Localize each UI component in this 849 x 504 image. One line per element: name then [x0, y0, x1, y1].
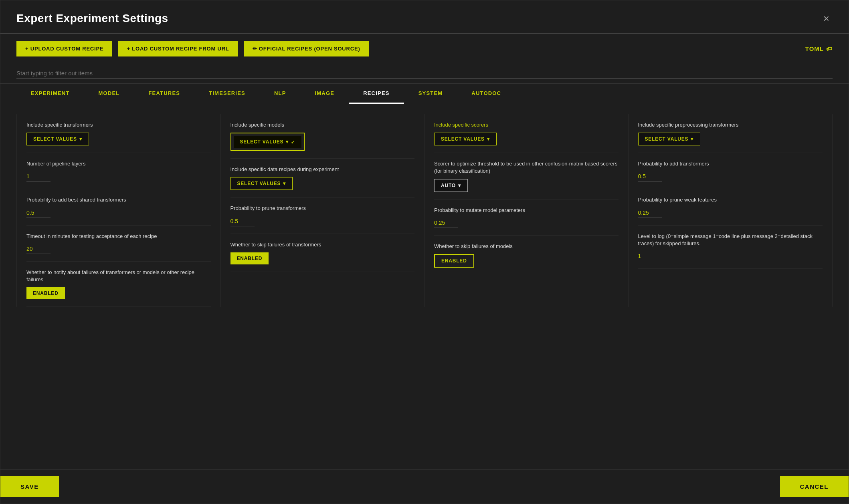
field-log-level: Level to log (0=simple message 1=code li…: [638, 226, 823, 269]
field-value-mutate-params[interactable]: 0.25: [434, 218, 458, 228]
tab-experiment[interactable]: EXPERIMENT: [16, 84, 84, 104]
field-preprocessing-transformers: Include specific preprocessing transform…: [638, 114, 823, 153]
field-label-include-transformers: Include specific transformers: [26, 121, 211, 129]
field-value-timeout[interactable]: 20: [26, 244, 51, 254]
tabs-bar: EXPERIMENT MODEL FEATURES TIMESERIES NLP…: [0, 84, 849, 104]
field-pipeline-layers: Number of pipeline layers 1: [26, 153, 211, 189]
field-value-log-level[interactable]: 1: [638, 251, 662, 261]
select-values-transformers[interactable]: SELECT VALUES ▾: [26, 133, 89, 145]
field-timeout: Timeout in minutes for testing acceptanc…: [26, 226, 211, 262]
tab-timeseries[interactable]: TIMESERIES: [194, 84, 260, 104]
field-include-models: Include specific models SELECT VALUES ▾ …: [230, 114, 415, 159]
field-label-pipeline-layers: Number of pipeline layers: [26, 160, 211, 167]
col4: Include specific preprocessing transform…: [629, 114, 833, 307]
field-label-shared-transformers: Probability to add best shared transform…: [26, 196, 211, 204]
tab-nlp[interactable]: NLP: [260, 84, 301, 104]
field-label-mutate-params: Probability to mutate model parameters: [434, 207, 619, 214]
field-skip-model-failures: Whether to skip failures of models ENABL…: [434, 236, 619, 275]
tab-system[interactable]: SYSTEM: [404, 84, 457, 104]
dropdown-arrow-preprocessing: ▾: [691, 136, 693, 142]
modal-header: Expert Experiment Settings ×: [0, 0, 849, 34]
field-prune-weak-features: Probability to prune weak features 0.25: [638, 189, 823, 225]
enabled-skip-model-failures[interactable]: ENABLED: [434, 254, 474, 268]
toml-link[interactable]: TOML 🏷: [805, 45, 833, 52]
select-models-wrapper: SELECT VALUES ▾ ↙: [230, 133, 305, 151]
tab-recipes[interactable]: RECIPES: [349, 84, 404, 104]
field-label-prune-weak-features: Probability to prune weak features: [638, 196, 823, 204]
cursor-icon: ↙: [291, 139, 295, 145]
field-label-data-recipes: Include specific data recipes during exp…: [230, 166, 415, 173]
modal-title: Expert Experiment Settings: [16, 12, 168, 25]
close-button[interactable]: ×: [820, 12, 833, 25]
enabled-skip-transformer-failures[interactable]: ENABLED: [230, 252, 269, 264]
field-include-scorers: Include specific scorers SELECT VALUES ▾: [434, 114, 619, 153]
auto-scorer-threshold[interactable]: AUTO ▾: [434, 179, 468, 192]
select-values-data-recipes[interactable]: SELECT VALUES ▾: [230, 177, 293, 190]
field-mutate-params: Probability to mutate model parameters 0…: [434, 200, 619, 236]
field-shared-transformers: Probability to add best shared transform…: [26, 189, 211, 225]
field-include-transformers: Include specific transformers SELECT VAL…: [26, 114, 211, 153]
toolbar: + UPLOAD CUSTOM RECIPE + LOAD CUSTOM REC…: [0, 34, 849, 64]
enabled-notify-failures[interactable]: ENABLED: [26, 287, 65, 299]
field-label-include-scorers: Include specific scorers: [434, 121, 619, 129]
select-values-scorers[interactable]: SELECT VALUES ▾: [434, 133, 497, 145]
official-recipes-button[interactable]: ✏ OFFICIAL RECIPES (OPEN SOURCE): [244, 41, 369, 56]
col2: Include specific models SELECT VALUES ▾ …: [221, 114, 425, 307]
field-scorer-threshold: Scorer to optimize threshold to be used …: [434, 153, 619, 199]
field-label-add-transformers-prob: Probability to add transformers: [638, 160, 823, 167]
dropdown-arrow-auto: ▾: [458, 183, 461, 188]
select-values-preprocessing[interactable]: SELECT VALUES ▾: [638, 133, 701, 145]
dropdown-arrow-models: ▾: [286, 139, 289, 145]
tab-autodoc[interactable]: AUTODOC: [457, 84, 515, 104]
field-prune-transformers: Probability to prune transformers 0.5: [230, 198, 415, 234]
field-label-skip-transformer-failures: Whether to skip failures of transformers: [230, 241, 415, 248]
field-add-transformers-prob: Probability to add transformers 0.5: [638, 153, 823, 189]
tab-features[interactable]: FEATURES: [134, 84, 194, 104]
content-area: Include specific transformers SELECT VAL…: [0, 104, 849, 469]
field-value-add-transformers-prob[interactable]: 0.5: [638, 171, 662, 181]
field-label-log-level: Level to log (0=simple message 1=code li…: [638, 233, 823, 247]
field-data-recipes: Include specific data recipes during exp…: [230, 159, 415, 198]
tab-model[interactable]: MODEL: [84, 84, 134, 104]
upload-recipe-button[interactable]: + UPLOAD CUSTOM RECIPE: [16, 41, 112, 56]
tag-icon: 🏷: [826, 45, 833, 52]
col3: Include specific scorers SELECT VALUES ▾…: [424, 114, 629, 307]
toml-label: TOML: [805, 45, 824, 52]
field-label-scorer-threshold: Scorer to optimize threshold to be used …: [434, 160, 619, 175]
modal: Expert Experiment Settings × + UPLOAD CU…: [0, 0, 849, 504]
field-label-timeout: Timeout in minutes for testing acceptanc…: [26, 233, 211, 240]
tab-image[interactable]: IMAGE: [301, 84, 349, 104]
dropdown-arrow-transformers: ▾: [79, 136, 82, 142]
load-url-button[interactable]: + LOAD CUSTOM RECIPE FROM URL: [118, 41, 238, 56]
save-button[interactable]: SAVE: [0, 476, 59, 497]
field-label-prune-transformers: Probability to prune transformers: [230, 205, 415, 212]
field-notify-failures: Whether to notify about failures of tran…: [26, 262, 211, 307]
field-label-notify-failures: Whether to notify about failures of tran…: [26, 269, 211, 283]
filter-bar: [0, 64, 849, 84]
field-skip-transformer-failures: Whether to skip failures of transformers…: [230, 234, 415, 272]
dropdown-arrow-scorers: ▾: [487, 136, 490, 142]
field-value-prune-transformers[interactable]: 0.5: [230, 216, 255, 226]
field-value-shared-transformers[interactable]: 0.5: [26, 208, 51, 218]
field-label-skip-model-failures: Whether to skip failures of models: [434, 243, 619, 250]
field-label-preprocessing-transformers: Include specific preprocessing transform…: [638, 121, 823, 129]
footer: SAVE CANCEL: [0, 469, 849, 504]
field-label-include-models: Include specific models: [230, 121, 415, 129]
col1: Include specific transformers SELECT VAL…: [17, 114, 221, 307]
select-values-models[interactable]: SELECT VALUES ▾ ↙: [234, 136, 301, 148]
cancel-button[interactable]: CANCEL: [780, 476, 849, 497]
field-value-prune-weak-features[interactable]: 0.25: [638, 208, 662, 218]
dropdown-arrow-data-recipes: ▾: [283, 181, 286, 186]
field-value-pipeline-layers[interactable]: 1: [26, 171, 51, 181]
filter-input[interactable]: [16, 68, 833, 79]
